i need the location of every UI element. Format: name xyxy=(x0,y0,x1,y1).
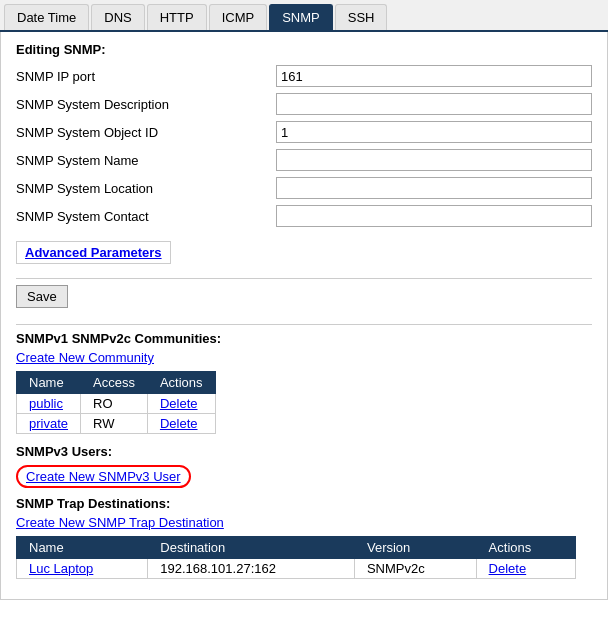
trap-name-luc[interactable]: Luc Laptop xyxy=(29,561,93,576)
snmp-ip-port-label: SNMP IP port xyxy=(16,69,276,84)
snmp-system-contact-row: SNMP System Contact xyxy=(16,205,592,227)
snmp-ip-port-row: SNMP IP port xyxy=(16,65,592,87)
tab-icmp[interactable]: ICMP xyxy=(209,4,268,30)
advanced-parameters-link[interactable]: Advanced Parameters xyxy=(25,245,162,260)
create-snmpv3-link[interactable]: Create New SNMPv3 User xyxy=(16,465,191,488)
trap-destination-luc: 192.168.101.27:162 xyxy=(148,559,355,579)
trap-delete-luc[interactable]: Delete xyxy=(489,561,527,576)
main-content: Editing SNMP: SNMP IP port SNMP System D… xyxy=(0,32,608,600)
trap-col-destination: Destination xyxy=(148,537,355,559)
snmp-system-name-label: SNMP System Name xyxy=(16,153,276,168)
snmp-system-location-row: SNMP System Location xyxy=(16,177,592,199)
table-row: public RO Delete xyxy=(17,394,216,414)
snmp-object-id-label: SNMP System Object ID xyxy=(16,125,276,140)
snmp-system-location-input[interactable] xyxy=(276,177,592,199)
save-button[interactable]: Save xyxy=(16,285,68,308)
community-delete-public[interactable]: Delete xyxy=(160,396,198,411)
tab-ssh[interactable]: SSH xyxy=(335,4,388,30)
editing-snmp-title: Editing SNMP: xyxy=(16,42,592,57)
communities-col-actions: Actions xyxy=(147,372,215,394)
tab-http[interactable]: HTTP xyxy=(147,4,207,30)
community-access-private: RW xyxy=(81,414,148,434)
table-row: Luc Laptop 192.168.101.27:162 SNMPv2c De… xyxy=(17,559,576,579)
community-delete-private[interactable]: Delete xyxy=(160,416,198,431)
snmp-object-id-input[interactable] xyxy=(276,121,592,143)
snmpv3-section: SNMPv3 Users: Create New SNMPv3 User xyxy=(16,444,592,488)
snmp-ip-port-input[interactable] xyxy=(276,65,592,87)
snmp-system-contact-label: SNMP System Contact xyxy=(16,209,276,224)
community-access-public: RO xyxy=(81,394,148,414)
snmp-system-location-label: SNMP System Location xyxy=(16,181,276,196)
tab-dns[interactable]: DNS xyxy=(91,4,144,30)
snmp-system-desc-label: SNMP System Description xyxy=(16,97,276,112)
snmp-object-id-row: SNMP System Object ID xyxy=(16,121,592,143)
communities-title: SNMPv1 SNMPv2c Communities: xyxy=(16,331,592,346)
tab-snmp[interactable]: SNMP xyxy=(269,4,333,30)
community-name-private[interactable]: private xyxy=(29,416,68,431)
communities-col-access: Access xyxy=(81,372,148,394)
snmp-system-desc-row: SNMP System Description xyxy=(16,93,592,115)
trap-table: Name Destination Version Actions Luc Lap… xyxy=(16,536,576,579)
snmp-system-name-row: SNMP System Name xyxy=(16,149,592,171)
advanced-parameters-box: Advanced Parameters xyxy=(16,241,171,264)
table-row: private RW Delete xyxy=(17,414,216,434)
divider-1 xyxy=(16,278,592,279)
trap-version-luc: SNMPv2c xyxy=(354,559,476,579)
snmp-system-desc-input[interactable] xyxy=(276,93,592,115)
trap-col-version: Version xyxy=(354,537,476,559)
create-community-link[interactable]: Create New Community xyxy=(16,350,154,365)
communities-col-name: Name xyxy=(17,372,81,394)
trap-col-name: Name xyxy=(17,537,148,559)
communities-table: Name Access Actions public RO Delete pri… xyxy=(16,371,216,434)
tab-bar: Date Time DNS HTTP ICMP SNMP SSH xyxy=(0,0,608,32)
create-trap-link[interactable]: Create New SNMP Trap Destination xyxy=(16,515,224,530)
snmpv3-title: SNMPv3 Users: xyxy=(16,444,592,459)
snmp-system-name-input[interactable] xyxy=(276,149,592,171)
snmp-system-contact-input[interactable] xyxy=(276,205,592,227)
tab-datetime[interactable]: Date Time xyxy=(4,4,89,30)
trap-title: SNMP Trap Destinations: xyxy=(16,496,592,511)
community-name-public[interactable]: public xyxy=(29,396,63,411)
trap-col-actions: Actions xyxy=(476,537,575,559)
divider-2 xyxy=(16,324,592,325)
